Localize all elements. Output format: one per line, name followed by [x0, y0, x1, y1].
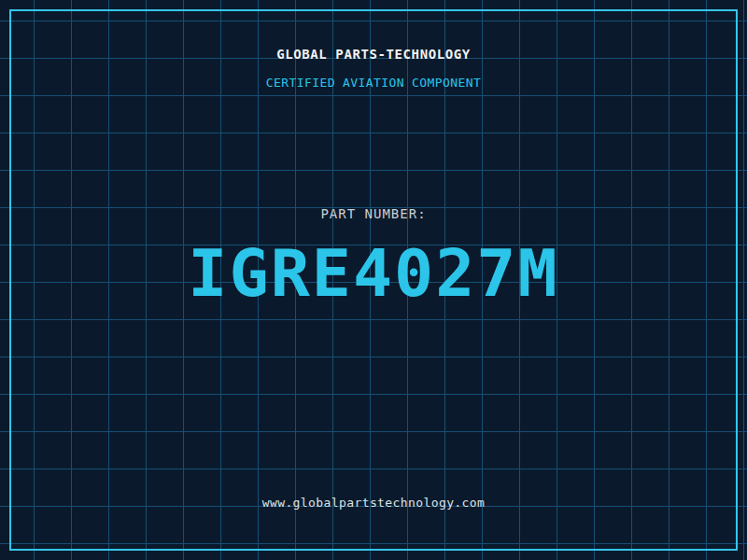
website-url: www.globalpartstechnology.com — [0, 496, 747, 510]
part-label-card: GLOBAL PARTS-TECHNOLOGY CERTIFIED AVIATI… — [0, 0, 747, 560]
part-number-label: PART NUMBER: — [0, 206, 747, 221]
company-name: GLOBAL PARTS-TECHNOLOGY — [0, 47, 747, 62]
part-number-value: IGRE4027M — [0, 235, 747, 312]
certification-text: CERTIFIED AVIATION COMPONENT — [0, 76, 747, 90]
